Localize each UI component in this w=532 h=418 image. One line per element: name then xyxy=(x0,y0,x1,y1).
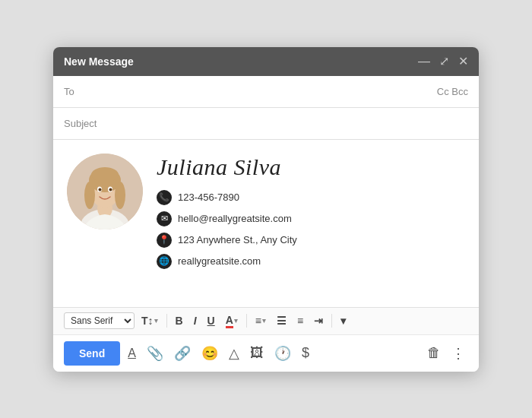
toolbar-divider-3 xyxy=(331,314,332,328)
font-color-button[interactable]: A ▾ xyxy=(222,312,242,330)
cc-bcc-button[interactable]: Cc Bcc xyxy=(437,86,468,97)
delete-button[interactable]: 🗑 xyxy=(424,344,444,363)
google-drive-button[interactable]: △ xyxy=(226,344,242,363)
svg-point-6 xyxy=(115,182,125,209)
bold-button[interactable]: B xyxy=(172,313,187,328)
italic-button[interactable]: I xyxy=(190,313,201,328)
more-format-button[interactable]: ▾ xyxy=(337,313,350,328)
svg-point-7 xyxy=(91,167,119,182)
indent-button[interactable]: ⇥ xyxy=(310,313,327,328)
subject-row: Subject xyxy=(53,108,479,140)
action-toolbar: Send A 📎 🔗 😊 △ 🖼 🕐 $ 🗑 ⋮ xyxy=(53,335,479,372)
sig-website-row: 🌐 reallygreatsite.com xyxy=(157,254,465,269)
email-icon: ✉ xyxy=(157,211,172,226)
to-input[interactable] xyxy=(100,76,437,107)
location-icon: 📍 xyxy=(157,233,172,248)
avatar xyxy=(67,154,143,230)
window-controls: — ⤢ ✕ xyxy=(418,55,468,68)
insert-emoji-button[interactable]: 😊 xyxy=(198,344,221,363)
text-format-button[interactable]: A xyxy=(125,344,139,363)
sig-address: 123 Anywhere St., Any City xyxy=(178,234,297,245)
svg-point-10 xyxy=(99,188,102,191)
maximize-button[interactable]: ⤢ xyxy=(439,55,449,68)
subject-input[interactable] xyxy=(100,108,468,139)
insert-photo-button[interactable]: 🖼 xyxy=(247,344,267,363)
sig-phone: 123-456-7890 xyxy=(178,192,239,203)
toolbar-divider-2 xyxy=(246,314,247,328)
sig-email-row: ✉ hello@reallygreatsite.com xyxy=(157,211,465,226)
close-button[interactable]: ✕ xyxy=(458,55,468,68)
svg-point-5 xyxy=(84,182,95,209)
sig-website: reallygreatsite.com xyxy=(178,255,261,267)
titlebar: New Message — ⤢ ✕ xyxy=(53,47,479,76)
to-label: To xyxy=(64,86,100,97)
subject-label: Subject xyxy=(64,118,100,129)
formatting-toolbar: Sans Serif Serif Monospace T↕▾ B I U A ▾… xyxy=(53,307,479,335)
compose-window: New Message — ⤢ ✕ To Cc Bcc Subject xyxy=(53,47,479,372)
phone-icon: 📞 xyxy=(157,190,172,205)
font-size-button[interactable]: T↕▾ xyxy=(138,313,162,328)
align-button[interactable]: ≡▾ xyxy=(252,313,270,328)
body-area[interactable]: Juliana Silva 📞 123-456-7890 ✉ hello@rea… xyxy=(53,140,479,307)
minimize-button[interactable]: — xyxy=(418,55,430,68)
insert-link-button[interactable]: 🔗 xyxy=(171,344,194,363)
globe-icon: 🌐 xyxy=(157,254,172,269)
signature-block: Juliana Silva 📞 123-456-7890 ✉ hello@rea… xyxy=(157,154,465,271)
font-family-select[interactable]: Sans Serif Serif Monospace xyxy=(64,312,135,329)
svg-point-11 xyxy=(109,188,112,191)
window-title: New Message xyxy=(64,55,134,68)
to-row: To Cc Bcc xyxy=(53,76,479,108)
numbered-list-button[interactable]: ☰ xyxy=(273,313,290,328)
underline-button[interactable]: U xyxy=(204,313,219,328)
send-button[interactable]: Send xyxy=(64,341,120,366)
bullet-list-button[interactable]: ≡ xyxy=(293,313,307,328)
insert-event-button[interactable]: 🕐 xyxy=(271,344,294,363)
sig-address-row: 📍 123 Anywhere St., Any City xyxy=(157,233,465,248)
insert-signature-button[interactable]: $ xyxy=(299,344,312,363)
attach-file-button[interactable]: 📎 xyxy=(144,344,166,363)
sig-email: hello@reallygreatsite.com xyxy=(178,213,292,224)
toolbar-divider-1 xyxy=(166,314,167,328)
sig-name: Juliana Silva xyxy=(157,154,465,181)
sig-phone-row: 📞 123-456-7890 xyxy=(157,190,465,205)
more-options-button[interactable]: ⋮ xyxy=(448,344,468,363)
